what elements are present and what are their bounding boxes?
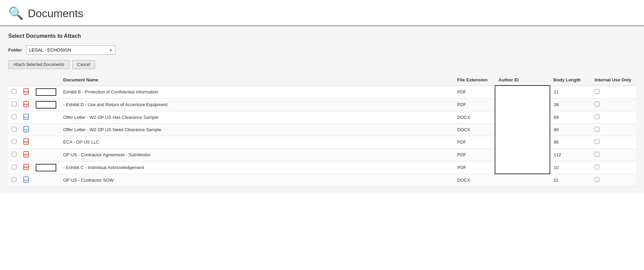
author-id-cell bbox=[495, 86, 550, 174]
col-header-name: Document Name bbox=[60, 75, 454, 86]
row-checkbox[interactable] bbox=[12, 165, 16, 169]
row-checkbox[interactable] bbox=[12, 127, 16, 132]
svg-text:DOC: DOC bbox=[24, 129, 28, 131]
folder-select-wrapper[interactable]: LEGAL - ECHOSIGN bbox=[26, 45, 115, 55]
body-length: 89 bbox=[550, 111, 591, 123]
pdf-icon: PDF bbox=[23, 165, 29, 171]
attach-button[interactable]: Attach Selected Documents bbox=[8, 60, 69, 69]
file-extension: PDF bbox=[454, 161, 495, 174]
svg-text:PDF: PDF bbox=[24, 154, 29, 156]
content-area: Select Documents to Attach Folder LEGAL … bbox=[0, 26, 644, 193]
file-extension: DOCX bbox=[454, 111, 495, 123]
body-length: 38 bbox=[550, 98, 591, 111]
col-header-check bbox=[8, 75, 20, 86]
col-header-author: Author ID bbox=[495, 75, 550, 86]
svg-text:PDF: PDF bbox=[24, 141, 29, 143]
file-extension: PDF bbox=[454, 136, 495, 148]
row-checkbox[interactable] bbox=[12, 102, 16, 106]
internal-checkbox[interactable] bbox=[595, 165, 599, 169]
body-length: 86 bbox=[550, 136, 591, 148]
action-buttons: Attach Selected Documents Cancel bbox=[8, 60, 636, 69]
body-length: 31 bbox=[550, 174, 591, 186]
thumbnail-box bbox=[36, 101, 56, 109]
svg-text:DOC: DOC bbox=[24, 179, 28, 181]
internal-checkbox[interactable] bbox=[595, 177, 599, 182]
internal-use-only bbox=[591, 174, 636, 186]
docx-icon: DOC bbox=[23, 178, 29, 184]
document-name: Exhibit B - Protection of Confidential I… bbox=[60, 86, 454, 98]
folder-label: Folder bbox=[8, 47, 22, 53]
document-name: OP US - Contractor Agreement - SubVendor bbox=[60, 148, 454, 161]
col-header-body: Body Length bbox=[550, 75, 591, 86]
pdf-icon: PDF bbox=[23, 140, 29, 146]
documents-table: Document Name File Extension Author ID B… bbox=[8, 75, 636, 187]
row-checkbox[interactable] bbox=[12, 89, 16, 94]
col-header-icon bbox=[20, 75, 32, 86]
docx-icon: DOC bbox=[23, 127, 29, 133]
col-header-thumb bbox=[32, 75, 60, 86]
internal-checkbox[interactable] bbox=[595, 152, 599, 157]
document-name: - Exhibit C - Individual Acknowledgement bbox=[60, 161, 454, 174]
internal-use-only bbox=[591, 111, 636, 123]
pdf-icon: PDF bbox=[23, 153, 29, 158]
body-length: 89 bbox=[550, 123, 591, 136]
svg-text:PDF: PDF bbox=[24, 103, 29, 106]
internal-use-only bbox=[591, 136, 636, 148]
internal-use-only bbox=[591, 86, 636, 98]
internal-checkbox[interactable] bbox=[595, 114, 599, 119]
body-length: 10 bbox=[550, 161, 591, 174]
document-name: Offer Letter - W2 OP US Need Clearance S… bbox=[60, 123, 454, 136]
row-checkbox[interactable] bbox=[12, 177, 16, 182]
cancel-button[interactable]: Cancel bbox=[72, 60, 95, 69]
thumbnail-box bbox=[36, 164, 56, 171]
page-title: Documents bbox=[28, 7, 83, 20]
file-extension: PDF bbox=[454, 98, 495, 111]
row-checkbox[interactable] bbox=[12, 152, 16, 157]
pdf-icon: PDF bbox=[23, 102, 29, 108]
table-header-row: Document Name File Extension Author ID B… bbox=[8, 75, 636, 86]
table-row: PDFExhibit B - Protection of Confidentia… bbox=[8, 86, 636, 98]
page-wrapper: 🔍 Documents Select Documents to Attach F… bbox=[0, 0, 644, 270]
thumbnail-box bbox=[36, 88, 56, 96]
internal-use-only bbox=[591, 98, 636, 111]
section-title: Select Documents to Attach bbox=[8, 33, 636, 39]
folder-select[interactable]: LEGAL - ECHOSIGN bbox=[26, 45, 115, 55]
internal-checkbox[interactable] bbox=[595, 127, 599, 132]
docx-icon: DOC bbox=[23, 115, 29, 121]
document-name: - Exhibit D - Use and Return of Accentur… bbox=[60, 98, 454, 111]
internal-use-only bbox=[591, 148, 636, 161]
internal-use-only bbox=[591, 161, 636, 174]
svg-text:PDF: PDF bbox=[24, 166, 29, 169]
pdf-icon: PDF bbox=[23, 90, 29, 95]
body-length: 21 bbox=[550, 86, 591, 98]
internal-checkbox[interactable] bbox=[595, 89, 599, 94]
document-name: Offer Letter - W2 OP US Has Clearance Sa… bbox=[60, 111, 454, 123]
body-length: 112 bbox=[550, 148, 591, 161]
file-extension: DOCX bbox=[454, 174, 495, 186]
svg-text:PDF: PDF bbox=[24, 91, 29, 93]
document-name: OP US - Contractor SOW bbox=[60, 174, 454, 186]
internal-checkbox[interactable] bbox=[595, 139, 599, 144]
file-extension: PDF bbox=[454, 86, 495, 98]
internal-use-only bbox=[591, 123, 636, 136]
col-header-internal: Internal Use Only bbox=[591, 75, 636, 86]
internal-checkbox[interactable] bbox=[595, 102, 599, 106]
file-extension: PDF bbox=[454, 148, 495, 161]
page-header: 🔍 Documents bbox=[0, 0, 644, 26]
row-checkbox[interactable] bbox=[12, 139, 16, 144]
author-id-cell bbox=[495, 174, 550, 186]
svg-text:DOC: DOC bbox=[24, 116, 28, 119]
table-row: DOCOP US - Contractor SOWDOCX31 bbox=[8, 174, 636, 186]
row-checkbox[interactable] bbox=[12, 114, 16, 119]
documents-icon: 🔍 bbox=[8, 6, 24, 21]
file-extension: DOCX bbox=[454, 123, 495, 136]
col-header-ext: File Extension bbox=[454, 75, 495, 86]
document-name: ECA - OP US LLC bbox=[60, 136, 454, 148]
folder-row: Folder LEGAL - ECHOSIGN bbox=[8, 45, 636, 55]
